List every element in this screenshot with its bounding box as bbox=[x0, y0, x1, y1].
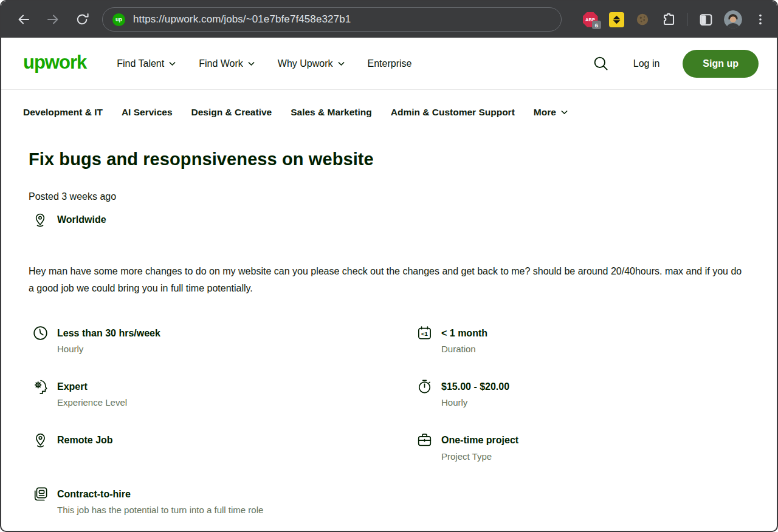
job-details-grid: Less than 30 hrs/week Hourly <1 < 1 mont… bbox=[32, 326, 749, 516]
nav-enterprise[interactable]: Enterprise bbox=[368, 58, 412, 69]
browser-nav-buttons bbox=[16, 12, 90, 27]
category-design-creative[interactable]: Design & Creative bbox=[191, 107, 272, 118]
svg-text:<1: <1 bbox=[421, 330, 429, 337]
forward-button[interactable] bbox=[45, 12, 61, 27]
detail-hourly-rate: $15.00 - $20.00 Hourly bbox=[416, 380, 749, 409]
detail-sub: Experience Level bbox=[57, 396, 127, 409]
detail-sub: Hourly bbox=[441, 396, 509, 409]
detail-title: One-time project bbox=[441, 433, 518, 447]
nav-find-work[interactable]: Find Work bbox=[199, 58, 255, 69]
experience-head-gear-icon bbox=[32, 378, 49, 395]
browser-window: up https://upwork.com/jobs/~01e7bfe7f458… bbox=[0, 0, 778, 532]
profile-avatar[interactable] bbox=[724, 10, 742, 29]
back-button[interactable] bbox=[16, 12, 32, 27]
briefcase-icon bbox=[416, 432, 433, 448]
category-ai-services[interactable]: AI Services bbox=[122, 107, 173, 118]
job-title: Fix bugs and resopnsiveness on website bbox=[29, 149, 749, 169]
forward-arrow-icon bbox=[46, 12, 60, 27]
detail-contract-to-hire: Contract-to-hire This job has the potent… bbox=[32, 487, 416, 516]
job-post-content: Fix bugs and resopnsiveness on website P… bbox=[1, 149, 777, 531]
location-pin-icon bbox=[32, 212, 48, 228]
side-panel-button[interactable] bbox=[698, 12, 714, 27]
adblock-badge: 6 bbox=[592, 21, 601, 29]
calendar-icon: <1 bbox=[416, 325, 433, 341]
category-sales-marketing[interactable]: Sales & Marketing bbox=[291, 107, 372, 118]
detail-remote-job: Remote Job bbox=[32, 433, 416, 462]
detail-sub: Duration bbox=[441, 343, 487, 355]
contract-copies-icon bbox=[32, 486, 49, 502]
browser-menu-button[interactable] bbox=[752, 12, 768, 27]
detail-title: Remote Job bbox=[57, 433, 113, 447]
job-location: Worldwide bbox=[57, 214, 106, 225]
reload-button[interactable] bbox=[74, 12, 90, 27]
posted-time: Posted 3 weeks ago bbox=[29, 191, 749, 202]
login-link[interactable]: Log in bbox=[633, 58, 660, 69]
detail-title: Contract-to-hire bbox=[57, 487, 263, 501]
stopwatch-icon bbox=[416, 378, 433, 395]
detail-hours-per-week: Less than 30 hrs/week Hourly bbox=[32, 326, 416, 355]
search-button[interactable] bbox=[592, 55, 610, 73]
detail-experience-level: Expert Experience Level bbox=[32, 380, 416, 409]
reload-icon bbox=[75, 12, 89, 27]
category-development-it[interactable]: Development & IT bbox=[23, 107, 103, 118]
yellow-extension-button[interactable] bbox=[608, 12, 624, 27]
nav-label: Why Upwork bbox=[278, 58, 333, 69]
detail-project-type: One-time project Project Type bbox=[416, 433, 749, 462]
chevron-down-icon bbox=[248, 61, 255, 66]
url-text: https://upwork.com/jobs/~01e7bfe7f458e32… bbox=[133, 13, 351, 26]
category-nav: Development & IT AI Services Design & Cr… bbox=[1, 90, 777, 135]
nav-why-upwork[interactable]: Why Upwork bbox=[278, 58, 345, 69]
extensions-menu-button[interactable] bbox=[661, 12, 676, 27]
nav-label: Find Talent bbox=[117, 58, 164, 69]
kebab-menu-icon bbox=[754, 13, 767, 26]
browser-extensions-area: ABP 6 bbox=[582, 10, 768, 29]
nav-label: Find Work bbox=[199, 58, 243, 69]
detail-title: < 1 month bbox=[441, 326, 487, 340]
chevron-down-icon bbox=[561, 110, 568, 115]
detail-sub: Project Type bbox=[441, 450, 518, 463]
location-pin-icon bbox=[32, 432, 49, 448]
detail-title: Expert bbox=[57, 380, 127, 394]
back-arrow-icon bbox=[16, 12, 31, 27]
toolbar-separator bbox=[687, 13, 687, 26]
detail-duration: <1 < 1 month Duration bbox=[416, 326, 749, 355]
detail-title: $15.00 - $20.00 bbox=[441, 380, 509, 394]
job-description: Hey man have some more changes to do on … bbox=[29, 263, 746, 297]
sort-arrows-icon bbox=[609, 12, 624, 27]
puzzle-piece-icon bbox=[661, 12, 676, 27]
detail-title: Less than 30 hrs/week bbox=[57, 326, 160, 340]
chevron-down-icon bbox=[169, 61, 176, 66]
chevron-down-icon bbox=[338, 61, 345, 66]
detail-sub: Hourly bbox=[57, 343, 160, 355]
clock-icon bbox=[32, 325, 49, 341]
main-nav: Find Talent Find Work Why Upwork Enterpr… bbox=[117, 58, 411, 69]
cookie-icon bbox=[636, 13, 649, 26]
site-header: upwork Find Talent Find Work Why Upwork … bbox=[1, 38, 777, 90]
search-icon bbox=[593, 55, 609, 72]
header-actions: Log in Sign up bbox=[592, 50, 759, 78]
cookie-extension-button[interactable] bbox=[635, 12, 650, 27]
browser-toolbar: up https://upwork.com/jobs/~01e7bfe7f458… bbox=[1, 1, 777, 38]
side-panel-icon bbox=[698, 12, 714, 27]
category-more[interactable]: More bbox=[534, 107, 568, 118]
avatar-photo bbox=[724, 10, 742, 29]
adblock-extension-button[interactable]: ABP 6 bbox=[582, 12, 598, 27]
nav-find-talent[interactable]: Find Talent bbox=[117, 58, 176, 69]
upwork-favicon: up bbox=[112, 13, 125, 26]
detail-sub: This job has the potential to turn into … bbox=[57, 503, 263, 516]
signup-button[interactable]: Sign up bbox=[683, 50, 759, 78]
nav-label: Enterprise bbox=[368, 58, 412, 69]
category-admin-support[interactable]: Admin & Customer Support bbox=[391, 107, 515, 118]
address-bar[interactable]: up https://upwork.com/jobs/~01e7bfe7f458… bbox=[102, 7, 562, 32]
job-location-row: Worldwide bbox=[32, 212, 749, 228]
more-label: More bbox=[534, 107, 556, 118]
upwork-logo[interactable]: upwork bbox=[23, 53, 86, 74]
